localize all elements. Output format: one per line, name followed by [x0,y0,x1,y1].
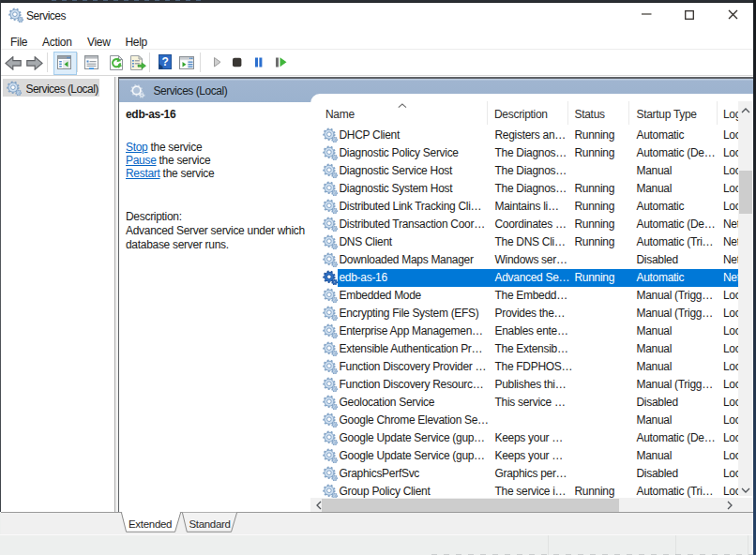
svg-text:Extended: Extended [129,518,172,530]
svg-text:?: ? [161,55,168,68]
svg-text:Standard: Standard [189,518,230,530]
